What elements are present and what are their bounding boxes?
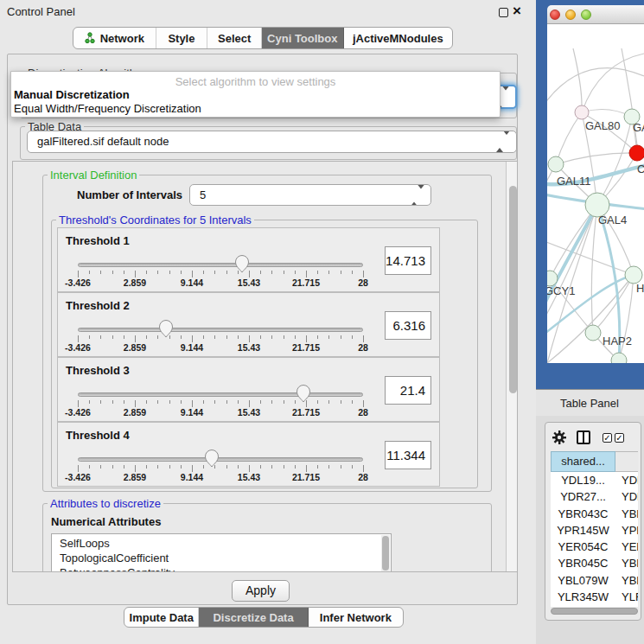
cell-shared-name[interactable]: YER054C bbox=[551, 539, 615, 555]
tick-mark bbox=[146, 400, 147, 404]
cell-name[interactable]: YDR2 bbox=[615, 488, 638, 505]
slider-track[interactable] bbox=[78, 457, 363, 462]
column-layout-icon[interactable] bbox=[577, 430, 590, 444]
network-node-c[interactable] bbox=[629, 145, 644, 161]
close-icon[interactable]: × bbox=[513, 3, 521, 20]
column-header-name[interactable]: na bbox=[615, 451, 638, 472]
network-node-h[interactable] bbox=[625, 266, 642, 284]
network-edge[interactable] bbox=[547, 68, 644, 107]
attribute-list-item[interactable]: TopologicalCoefficient bbox=[52, 551, 391, 565]
network-window-titlebar[interactable] bbox=[547, 5, 644, 24]
scrollbar-thumb[interactable] bbox=[551, 608, 638, 615]
tick-label: 28 bbox=[337, 277, 389, 288]
table-row[interactable]: YER054CYER0 bbox=[551, 539, 638, 555]
cell-shared-name[interactable]: YIL052C bbox=[551, 605, 615, 607]
cell-name[interactable]: YBR0 bbox=[615, 555, 638, 571]
tick-mark bbox=[214, 335, 215, 339]
tab-network[interactable]: Network bbox=[73, 28, 156, 48]
close-traffic-light-icon[interactable] bbox=[550, 10, 560, 20]
combo-arrows-icon bbox=[411, 185, 424, 205]
number-of-intervals-combobox[interactable]: 5 bbox=[189, 184, 431, 206]
tab-discretize-data[interactable]: Discretize Data bbox=[199, 608, 308, 627]
network-node-gal11[interactable] bbox=[548, 156, 564, 172]
tab-infer-network[interactable]: Infer Network bbox=[309, 608, 403, 627]
slider-track[interactable] bbox=[78, 328, 363, 332]
node-label: GA bbox=[633, 121, 644, 134]
column-header-shared-name[interactable]: shared... bbox=[551, 451, 615, 472]
horizontal-scrollbar[interactable] bbox=[551, 608, 638, 615]
table-row[interactable]: YLR345WYLR3 bbox=[551, 589, 638, 605]
cell-name[interactable]: YDL1 bbox=[615, 472, 638, 488]
attribute-list-item[interactable]: SelfLoops bbox=[52, 536, 391, 551]
table-row[interactable]: YBR045CYBR0 bbox=[551, 555, 638, 571]
threshold-label: Threshold 1 bbox=[66, 234, 130, 247]
scrollbar-thumb[interactable] bbox=[509, 186, 517, 393]
tick-mark bbox=[260, 335, 261, 339]
cell-shared-name[interactable]: YDL19... bbox=[551, 472, 615, 488]
threshold-value-field[interactable]: 21.4 bbox=[385, 376, 431, 405]
minimize-traffic-light-icon[interactable] bbox=[565, 10, 576, 20]
apply-button[interactable]: Apply bbox=[232, 580, 290, 602]
table-row[interactable]: YIL052CYIL0 bbox=[551, 605, 638, 607]
cell-name[interactable]: YBL0 bbox=[615, 572, 638, 589]
cell-name[interactable]: YPR1 bbox=[615, 522, 638, 539]
tick-label: -3.426 bbox=[52, 407, 104, 418]
tab-select[interactable]: Select bbox=[207, 28, 262, 48]
tab-jactivemnodules[interactable]: jActiveMNodules bbox=[344, 28, 452, 48]
tick-mark bbox=[363, 271, 364, 277]
float-window-icon[interactable] bbox=[499, 8, 508, 17]
cell-shared-name[interactable]: YBL079W bbox=[551, 572, 615, 589]
cell-shared-name[interactable]: YBR043C bbox=[551, 506, 615, 522]
slider-track[interactable] bbox=[78, 392, 363, 397]
tab-impute-data[interactable]: Impute Data bbox=[124, 608, 199, 627]
numerical-attributes-list[interactable]: SelfLoopsTopologicalCoefficientBetweenne… bbox=[51, 533, 392, 572]
table-row[interactable]: YBL079WYBL0 bbox=[551, 572, 638, 589]
network-edge[interactable] bbox=[582, 54, 644, 112]
dropdown-option-equal-width[interactable]: Equal Width/Frequency Discretization bbox=[14, 102, 201, 115]
tick-mark bbox=[295, 335, 296, 339]
table-row[interactable]: YDR27...YDR2 bbox=[551, 488, 638, 505]
gear-icon[interactable] bbox=[552, 430, 566, 444]
network-node-hap2[interactable] bbox=[585, 325, 601, 341]
tick-label: 21.715 bbox=[280, 277, 332, 288]
zoom-traffic-light-icon[interactable] bbox=[581, 10, 591, 20]
attribute-list-item[interactable]: BetweennessCentrality bbox=[52, 565, 391, 572]
cell-name[interactable]: YBR0 bbox=[615, 506, 638, 522]
vertical-scrollbar[interactable] bbox=[506, 162, 518, 572]
checkbox-icon[interactable]: ✓ bbox=[615, 433, 624, 443]
table-row[interactable]: YBR043CYBR0 bbox=[551, 506, 638, 522]
network-canvas[interactable]: GAL80GACGAL11GAL4GCY1HHAP2 bbox=[547, 24, 644, 363]
network-edge[interactable] bbox=[591, 205, 597, 333]
node-table[interactable]: shared... na YDL19...YDL1YDR27...YDR2YBR… bbox=[551, 451, 638, 607]
table-row[interactable]: YPR145WYPR1 bbox=[551, 522, 638, 539]
cell-shared-name[interactable]: YBR045C bbox=[551, 555, 615, 571]
cell-name[interactable]: YIL0 bbox=[615, 605, 638, 607]
cell-shared-name[interactable]: YLR345W bbox=[551, 589, 615, 605]
cell-shared-name[interactable]: YPR145W bbox=[551, 522, 615, 539]
network-edge[interactable] bbox=[556, 112, 582, 164]
network-edge[interactable] bbox=[547, 240, 634, 275]
threshold-value-field[interactable]: 14.713 bbox=[385, 246, 431, 275]
tick-mark bbox=[226, 335, 227, 339]
table-row[interactable]: YDL19...YDL1 bbox=[551, 472, 638, 488]
tab-cyni-toolbox[interactable]: Cyni Toolbox bbox=[262, 28, 344, 48]
cell-shared-name[interactable]: YDR27... bbox=[551, 488, 615, 505]
cell-name[interactable]: YER0 bbox=[615, 539, 638, 555]
cell-name[interactable]: YLR3 bbox=[615, 589, 638, 605]
threshold-value-field[interactable]: 11.344 bbox=[385, 441, 431, 469]
tab-style[interactable]: Style bbox=[156, 28, 208, 48]
tick-mark bbox=[306, 400, 307, 407]
tick-mark bbox=[284, 465, 284, 469]
slider-track[interactable] bbox=[78, 263, 363, 267]
network-node-gal80[interactable] bbox=[575, 105, 589, 119]
tick-mark bbox=[214, 400, 215, 404]
table-data-combobox[interactable]: galFiltered.sif default node bbox=[27, 131, 517, 153]
list-scrollbar[interactable] bbox=[381, 535, 390, 572]
network-edge[interactable] bbox=[556, 153, 637, 164]
tick-label: 28 bbox=[337, 407, 389, 418]
network-node[interactable] bbox=[611, 353, 627, 363]
tick-mark bbox=[238, 335, 239, 339]
threshold-value-field[interactable]: 6.316 bbox=[385, 311, 431, 340]
checkbox-icon[interactable]: ✓ bbox=[603, 433, 612, 443]
dropdown-option-manual[interactable]: Manual Discretization bbox=[14, 88, 130, 101]
